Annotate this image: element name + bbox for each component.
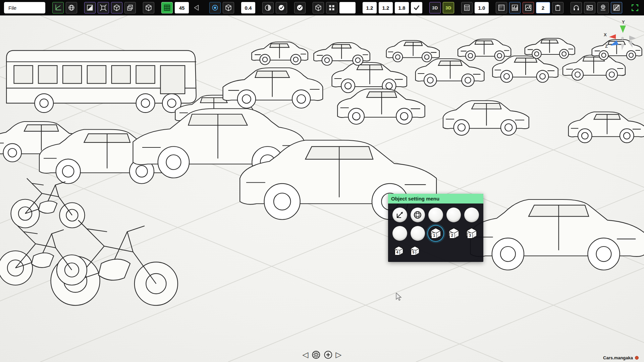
picture-tool[interactable] xyxy=(584,2,595,13)
vehicle-sketch-22[interactable] xyxy=(11,178,85,228)
cube-axes-tool[interactable] xyxy=(111,2,122,13)
svg-text:www: www xyxy=(600,9,606,11)
box-tool[interactable] xyxy=(143,2,154,13)
top-toolbar: File450.41.21.21.83D3D1.02www xyxy=(0,0,644,15)
preset-cube-1[interactable]: 1 xyxy=(428,226,443,241)
copy-tool[interactable] xyxy=(124,2,136,13)
value-04[interactable]: 0.4 xyxy=(241,2,255,13)
frame-tool[interactable] xyxy=(629,2,641,13)
object-menu-row-3: 45 xyxy=(392,244,479,258)
vehicle-sketch-13[interactable] xyxy=(525,38,575,58)
vehicle-sketch-6[interactable] xyxy=(332,62,407,93)
check-dial-a[interactable] xyxy=(276,2,287,13)
x-axis-arrow[interactable] xyxy=(609,34,616,39)
preset-cube-2[interactable]: 2 xyxy=(446,226,462,241)
transform-tool[interactable] xyxy=(98,2,109,13)
option-4-button[interactable] xyxy=(446,207,462,223)
settings-button[interactable] xyxy=(312,350,321,359)
www-icon: www xyxy=(599,4,607,11)
box-icon xyxy=(225,4,232,11)
gizmo-gray-arrow-2[interactable] xyxy=(628,41,633,48)
option-5-button[interactable] xyxy=(464,207,479,223)
vehicle-sketch-10[interactable] xyxy=(314,43,370,65)
halfsquare-icon xyxy=(86,4,94,11)
preset-cube-2-label: 2 xyxy=(449,233,455,238)
layer-2-value[interactable]: 2 xyxy=(536,2,550,13)
vehicle-sketch-24[interactable] xyxy=(0,226,87,285)
viewport-3d[interactable]: Y X Z Object setting menu 12345 ◁▷ Cars.… xyxy=(0,15,644,362)
vehicle-sketch-19[interactable] xyxy=(443,101,529,135)
flagtri-icon xyxy=(193,4,200,11)
preset-cube-1-label: 1 xyxy=(431,233,437,238)
vehicle-sketch-18[interactable] xyxy=(337,89,425,124)
calc-tool[interactable] xyxy=(461,2,473,13)
option-7-button[interactable] xyxy=(410,226,426,241)
check-dial-b[interactable] xyxy=(294,2,306,13)
audio-tool[interactable] xyxy=(571,2,582,13)
box-icon xyxy=(145,4,152,11)
angle-value-label: 45 xyxy=(179,5,185,11)
preset-cube-4[interactable]: 4 xyxy=(392,244,406,258)
blank-swatch[interactable] xyxy=(339,2,356,13)
half-square-tool[interactable] xyxy=(84,2,96,13)
value-18[interactable]: 1.8 xyxy=(395,2,409,13)
checkcircle-icon xyxy=(278,4,285,11)
prev-page-button[interactable]: ◁ xyxy=(303,351,309,359)
halftone-chart-tool[interactable] xyxy=(509,2,521,13)
globe-tool[interactable] xyxy=(66,2,77,13)
angle-flag[interactable] xyxy=(191,2,202,13)
capture-tool[interactable] xyxy=(552,2,564,13)
angle-value[interactable]: 45 xyxy=(175,2,189,13)
globe-button[interactable] xyxy=(410,207,426,223)
toggle-check[interactable] xyxy=(411,2,422,13)
globe2-icon xyxy=(413,210,423,220)
y-axis-arrow[interactable] xyxy=(620,26,626,33)
vehicle-sketch-14[interactable] xyxy=(252,42,308,65)
vehicle-sketch-7[interactable] xyxy=(416,59,484,87)
orientation-gizmo[interactable]: Y X Z xyxy=(602,19,639,56)
mode-3d-active[interactable]: 3D xyxy=(443,2,454,13)
bottom-nav: ◁▷ xyxy=(303,350,341,359)
halftone-image-tool[interactable] xyxy=(523,2,534,13)
value-10[interactable]: 1.0 xyxy=(475,2,489,13)
vehicle-sketch-11[interactable] xyxy=(386,41,439,62)
mode-3d[interactable]: 3D xyxy=(429,2,441,13)
web-tool[interactable]: www xyxy=(597,2,609,13)
vehicle-sketch-1[interactable] xyxy=(6,50,196,112)
file-menu[interactable]: File xyxy=(4,2,45,13)
record-target[interactable] xyxy=(209,2,221,13)
next-page-button[interactable]: ▷ xyxy=(336,351,342,359)
z-axis-arrow[interactable] xyxy=(610,40,619,46)
cube-outline-tool[interactable] xyxy=(313,2,324,13)
halftone-tool[interactable] xyxy=(496,2,507,13)
gizmo-gray-arrow-3[interactable] xyxy=(621,44,625,50)
axes-icon xyxy=(395,210,405,220)
vehicle-sketch-5[interactable] xyxy=(223,68,323,108)
value-10-label: 1.0 xyxy=(478,5,485,11)
scene-canvas[interactable] xyxy=(0,15,644,362)
grid-pen-tool[interactable] xyxy=(611,2,622,13)
option-3-button[interactable] xyxy=(428,207,443,223)
scene-vehicles[interactable] xyxy=(0,38,644,305)
add-object-button[interactable] xyxy=(324,350,333,359)
sphere-icon xyxy=(264,4,272,11)
value-12a[interactable]: 1.2 xyxy=(363,2,377,13)
copy-icon xyxy=(126,4,134,11)
preset-cube-3[interactable]: 3 xyxy=(464,226,479,241)
gizmo-gray-arrow-1[interactable] xyxy=(629,36,636,40)
vehicle-sketch-12[interactable] xyxy=(458,39,511,61)
vehicle-sketch-21[interactable] xyxy=(470,199,644,270)
option-6-button[interactable] xyxy=(392,226,408,241)
watermark-dot-icon xyxy=(635,356,639,360)
dots-grid-tool[interactable] xyxy=(326,2,337,13)
table-tool[interactable] xyxy=(161,2,173,13)
vehicle-sketch-20[interactable] xyxy=(569,112,644,143)
vehicle-sketch-9[interactable] xyxy=(563,55,625,80)
move-axes-button[interactable] xyxy=(392,207,408,223)
curve-tool[interactable] xyxy=(52,2,64,13)
halftone-sphere-tool[interactable] xyxy=(262,2,274,13)
value-12b[interactable]: 1.2 xyxy=(379,2,393,13)
cube-tool[interactable] xyxy=(223,2,234,13)
imagetone-icon xyxy=(525,4,532,11)
preset-cube-5[interactable]: 5 xyxy=(408,244,422,258)
